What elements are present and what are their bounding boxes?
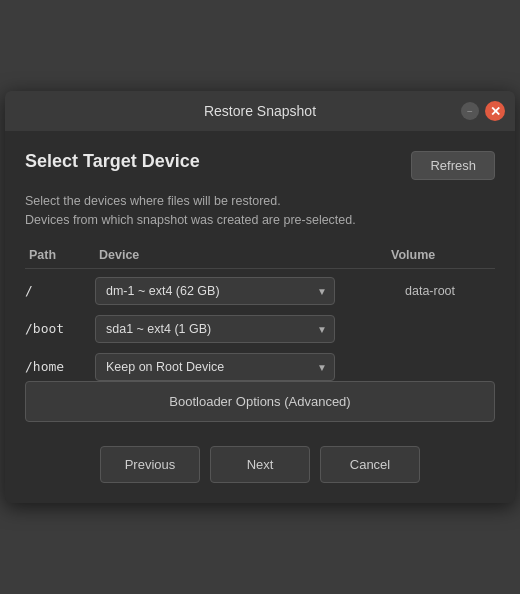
device-rows: / dm-1 ~ ext4 (62 GB) sda1 ~ ext4 (1 GB)… [25, 277, 495, 381]
previous-button[interactable]: Previous [100, 446, 200, 483]
bootloader-options-button[interactable]: Bootloader Options (Advanced) [25, 381, 495, 422]
minimize-button[interactable]: − [461, 102, 479, 120]
page-title: Select Target Device [25, 151, 200, 172]
col-path-header: Path [29, 248, 99, 262]
device-select-home-wrapper: Keep on Root Device dm-1 ~ ext4 (62 GB) … [95, 353, 335, 381]
path-home: /home [25, 359, 95, 374]
close-button[interactable]: ✕ [485, 101, 505, 121]
content-area: Select Target Device Refresh Select the … [5, 131, 515, 503]
device-row-root: / dm-1 ~ ext4 (62 GB) sda1 ~ ext4 (1 GB)… [25, 277, 495, 305]
col-volume-header: Volume [391, 248, 491, 262]
cancel-button[interactable]: Cancel [320, 446, 420, 483]
next-button[interactable]: Next [210, 446, 310, 483]
col-device-header: Device [99, 248, 391, 262]
device-select-root[interactable]: dm-1 ~ ext4 (62 GB) sda1 ~ ext4 (1 GB) K… [95, 277, 335, 305]
titlebar: Restore Snapshot − ✕ [5, 91, 515, 131]
path-boot: /boot [25, 321, 95, 336]
description-line1: Select the devices where files will be r… [25, 192, 495, 211]
device-select-root-wrapper: dm-1 ~ ext4 (62 GB) sda1 ~ ext4 (1 GB) K… [95, 277, 335, 305]
refresh-button[interactable]: Refresh [411, 151, 495, 180]
volume-root: data-root [395, 284, 495, 298]
device-select-home[interactable]: Keep on Root Device dm-1 ~ ext4 (62 GB) … [95, 353, 335, 381]
footer-buttons: Previous Next Cancel [25, 438, 495, 487]
path-root: / [25, 283, 95, 298]
window-controls: − ✕ [461, 101, 505, 121]
device-row-boot: /boot sda1 ~ ext4 (1 GB) dm-1 ~ ext4 (62… [25, 315, 495, 343]
table-header: Path Device Volume [25, 248, 495, 269]
device-row-home: /home Keep on Root Device dm-1 ~ ext4 (6… [25, 353, 495, 381]
description: Select the devices where files will be r… [25, 192, 495, 230]
description-line2: Devices from which snapshot was created … [25, 211, 495, 230]
window-title: Restore Snapshot [204, 103, 316, 119]
device-select-boot-wrapper: sda1 ~ ext4 (1 GB) dm-1 ~ ext4 (62 GB) K… [95, 315, 335, 343]
header-row: Select Target Device Refresh [25, 151, 495, 180]
restore-snapshot-window: Restore Snapshot − ✕ Select Target Devic… [5, 91, 515, 503]
device-select-boot[interactable]: sda1 ~ ext4 (1 GB) dm-1 ~ ext4 (62 GB) K… [95, 315, 335, 343]
